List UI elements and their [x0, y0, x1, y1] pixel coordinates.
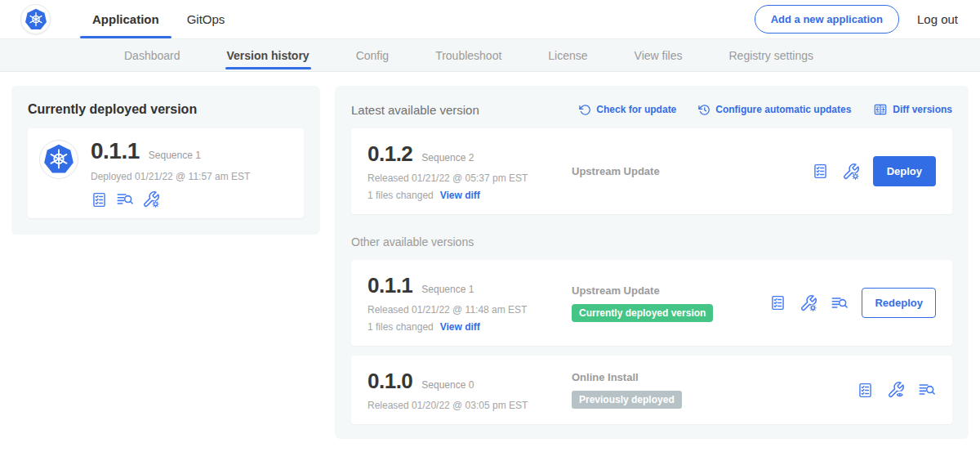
subnav-item-registry-settings[interactable]: Registry settings [728, 39, 813, 71]
release-notes-icon[interactable] [116, 190, 134, 208]
view-diff-link[interactable]: View diff [440, 321, 480, 333]
subnav-label: Config [356, 49, 389, 62]
version-info-col: 0.1.1 Sequence 1 Released 01/21/22 @ 11:… [368, 273, 572, 333]
version-source-col: Upstream Update [572, 165, 812, 177]
subnav-label: Dashboard [124, 49, 180, 62]
subnav-item-config[interactable]: Config [356, 39, 389, 71]
subnav-item-license[interactable]: License [548, 39, 587, 71]
latest-available-title: Latest available version [351, 103, 479, 117]
deployed-card-body: 0.1.1 Sequence 1 Deployed 01/21/22 @ 11:… [91, 138, 250, 208]
currently-deployed-panel: Currently deployed version 0.1.1 Sequenc… [11, 86, 320, 235]
configure-automatic-updates-label: Configure automatic updates [715, 104, 851, 115]
subnav-label: Registry settings [728, 49, 813, 62]
version-actions-col: Redeploy [769, 288, 936, 318]
kubernetes-logo-icon [23, 7, 49, 33]
released-timestamp: Released 01/21/22 @ 11:48 am EST [368, 304, 572, 316]
topnav-right: Add a new application Log out [755, 5, 980, 34]
version-sequence: Sequence 2 [421, 152, 474, 163]
topnav-tab-application[interactable]: Application [78, 0, 173, 38]
header-links: Check for update Configure automatic upd… [579, 102, 952, 117]
preflight-checks-icon[interactable] [812, 163, 829, 180]
subnav-label: View files [635, 49, 683, 62]
topnav-tabs: Application GitOps [78, 0, 238, 38]
diff-versions-label: Diff versions [893, 104, 952, 115]
version-card-0-1-1: 0.1.1 Sequence 1 Released 01/21/22 @ 11:… [351, 260, 952, 346]
version-sequence: Sequence 1 [421, 284, 474, 295]
version-line: 0.1.0 Sequence 0 [368, 369, 572, 394]
refresh-icon [579, 104, 591, 116]
version-card-0-1-0: 0.1.0 Sequence 0 Released 01/20/22 @ 03:… [351, 356, 952, 424]
currently-deployed-card: 0.1.1 Sequence 1 Deployed 01/21/22 @ 11:… [28, 128, 304, 218]
version-source-label: Upstream Update [572, 165, 812, 177]
version-source-label: Online Install [572, 371, 857, 383]
version-source-label: Upstream Update [572, 284, 769, 297]
version-line: 0.1.2 Sequence 2 [368, 141, 572, 167]
preflight-checks-icon[interactable] [91, 191, 108, 208]
release-notes-icon[interactable] [831, 294, 849, 312]
check-for-update-link[interactable]: Check for update [579, 104, 676, 116]
topnav-tab-label: Application [92, 12, 159, 26]
kubernetes-app-icon [41, 141, 77, 177]
schedule-clock-icon [698, 104, 710, 116]
subnav-item-view-files[interactable]: View files [635, 39, 683, 71]
released-timestamp: Released 01/20/22 @ 03:05 pm EST [368, 400, 572, 411]
files-changed-label: 1 files changed [368, 190, 434, 201]
topnav-tab-gitops[interactable]: GitOps [173, 0, 239, 38]
release-notes-icon[interactable] [918, 381, 936, 399]
subnav-item-version-history[interactable]: Version history [227, 39, 310, 71]
app-sub-nav: Dashboard Version history Config Trouble… [0, 38, 980, 72]
version-info-col: 0.1.0 Sequence 0 Released 01/20/22 @ 03:… [368, 369, 572, 411]
check-for-update-label: Check for update [596, 104, 676, 115]
preflight-checks-icon[interactable] [769, 294, 786, 311]
files-changed-label: 1 files changed [368, 321, 434, 333]
configure-automatic-updates-link[interactable]: Configure automatic updates [698, 104, 851, 116]
version-sequence: Sequence 0 [421, 379, 474, 391]
config-wrench-eye-icon[interactable] [887, 381, 905, 399]
version-actions-col: Deploy [812, 156, 936, 186]
currently-deployed-title: Currently deployed version [28, 102, 304, 117]
diff-columns-icon [873, 102, 888, 117]
subnav-label: License [548, 49, 587, 62]
topnav-tab-label: GitOps [187, 12, 225, 26]
add-application-button[interactable]: Add a new application [755, 5, 899, 34]
redeploy-button[interactable]: Redeploy [862, 288, 936, 318]
config-wrench-gear-icon[interactable] [800, 294, 817, 312]
currently-deployed-badge: Currently deployed version [572, 304, 713, 322]
kubernetes-logo[interactable] [20, 4, 51, 34]
deployed-timestamp: Deployed 01/21/22 @ 11:57 am EST [91, 171, 250, 182]
deployed-icon-row [91, 190, 250, 208]
view-diff-link[interactable]: View diff [440, 190, 480, 201]
deployed-version-number: 0.1.1 [91, 138, 140, 164]
version-info-col: 0.1.2 Sequence 2 Released 01/21/22 @ 05:… [368, 141, 572, 201]
preflight-checks-icon[interactable] [857, 382, 874, 399]
app-logo [39, 140, 78, 179]
files-changed-line: 1 files changed View diff [368, 321, 572, 333]
config-wrench-gear-icon[interactable] [142, 190, 160, 208]
config-wrench-gear-icon[interactable] [842, 163, 860, 181]
subnav-item-dashboard[interactable]: Dashboard [124, 39, 180, 71]
files-changed-line: 1 files changed View diff [368, 190, 572, 201]
version-number: 0.1.2 [368, 141, 412, 167]
version-card-0-1-2: 0.1.2 Sequence 2 Released 01/21/22 @ 05:… [351, 128, 952, 214]
deployed-sequence: Sequence 1 [149, 150, 201, 161]
other-available-title: Other available versions [351, 235, 952, 248]
top-nav: Application GitOps Add a new application… [0, 0, 980, 38]
version-number: 0.1.1 [368, 273, 412, 298]
logout-link[interactable]: Log out [917, 12, 958, 26]
available-header: Latest available version Check for updat… [351, 102, 952, 117]
diff-versions-link[interactable]: Diff versions [873, 102, 952, 117]
deploy-button[interactable]: Deploy [873, 156, 936, 186]
version-source-col: Online Install Previously deployed [572, 371, 857, 409]
version-actions-col [857, 381, 936, 399]
version-number: 0.1.0 [368, 369, 412, 394]
released-timestamp: Released 01/21/22 @ 05:37 pm EST [368, 172, 572, 184]
subnav-label: Troubleshoot [435, 49, 501, 62]
available-versions-panel: Latest available version Check for updat… [335, 86, 969, 439]
subnav-item-troubleshoot[interactable]: Troubleshoot [435, 39, 501, 71]
version-line: 0.1.1 Sequence 1 [368, 273, 572, 298]
main-content: Currently deployed version 0.1.1 Sequenc… [0, 72, 980, 461]
previously-deployed-badge: Previously deployed [572, 391, 682, 409]
version-source-col: Upstream Update Currently deployed versi… [572, 284, 769, 322]
deployed-version-line: 0.1.1 Sequence 1 [91, 138, 250, 164]
subnav-label: Version history [227, 49, 310, 62]
